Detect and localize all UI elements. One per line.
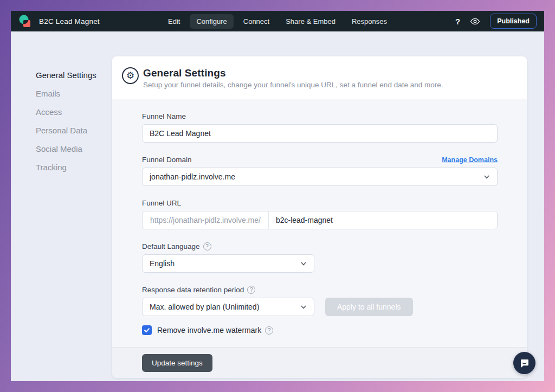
watermark-label[interactable]: Remove involve.me watermark ?	[157, 326, 273, 335]
language-help-icon[interactable]: ?	[203, 242, 211, 250]
nav-item-share-embed[interactable]: Share & Embed	[279, 14, 342, 29]
sidebar-item-tracking[interactable]: Tracking	[36, 163, 112, 172]
card-header: ⚙ General Settings Setup your funnel det…	[112, 56, 527, 99]
funnel-domain-label: Funnel Domain	[142, 156, 192, 164]
app-window: B2C Lead Magnet Edit Configure Connect S…	[11, 11, 544, 381]
sidebar-item-personal-data[interactable]: Personal Data	[36, 126, 112, 135]
apply-to-all-funnels-button[interactable]: Apply to all funnels	[325, 298, 413, 316]
topbar-right-group: ? Published	[455, 14, 537, 29]
involve-me-logo-icon[interactable]	[18, 14, 33, 28]
nav-item-configure[interactable]: Configure	[190, 14, 233, 29]
preview-eye-icon[interactable]	[470, 16, 480, 27]
manage-domains-link[interactable]: Manage Domains	[442, 156, 498, 164]
card-footer: Update settings	[112, 347, 527, 378]
gear-icon: ⚙	[122, 67, 139, 84]
retention-group: Response data retention period ? Max. al…	[142, 286, 498, 316]
top-nav-menu: Edit Configure Connect Share & Embed Res…	[162, 14, 393, 29]
nav-item-connect[interactable]: Connect	[237, 14, 276, 29]
funnel-name-input[interactable]	[142, 124, 498, 143]
sidebar-item-access[interactable]: Access	[36, 107, 112, 117]
nav-item-edit[interactable]: Edit	[162, 14, 186, 29]
funnel-name-group: Funnel Name	[142, 112, 498, 143]
retention-label: Response data retention period ?	[142, 286, 498, 294]
default-language-label: Default Language ?	[142, 242, 498, 250]
browser-frame: B2C Lead Magnet Edit Configure Connect S…	[0, 0, 555, 392]
watermark-checkbox[interactable]	[142, 325, 152, 335]
settings-sidebar: General Settings Emails Access Personal …	[11, 31, 112, 381]
default-language-select[interactable]: English	[142, 254, 314, 273]
general-settings-card: ⚙ General Settings Setup your funnel det…	[112, 56, 527, 378]
chevron-down-icon	[300, 304, 307, 310]
funnel-title: B2C Lead Magnet	[39, 17, 100, 25]
settings-form: Funnel Name Funnel Domain Manage Domains…	[112, 99, 527, 347]
chat-widget-button[interactable]	[513, 352, 535, 374]
funnel-name-label: Funnel Name	[142, 112, 498, 120]
default-language-value: English	[150, 259, 300, 268]
nav-item-responses[interactable]: Responses	[345, 14, 393, 29]
chevron-down-icon	[483, 173, 490, 180]
funnel-url-prefix: https://jonathan-pidlz.involve.me/	[143, 211, 269, 229]
check-icon	[144, 327, 150, 333]
chat-icon	[519, 357, 530, 369]
funnel-domain-group: Funnel Domain Manage Domains jonathan-pi…	[142, 156, 498, 186]
top-navbar: B2C Lead Magnet Edit Configure Connect S…	[11, 11, 544, 31]
published-button[interactable]: Published	[490, 14, 537, 29]
content-area: General Settings Emails Access Personal …	[11, 31, 544, 381]
chevron-down-icon	[300, 260, 307, 267]
update-settings-button[interactable]: Update settings	[142, 354, 212, 372]
funnel-url-label: Funnel URL	[142, 199, 498, 207]
retention-help-icon[interactable]: ?	[247, 286, 255, 294]
funnel-url-group: Funnel URL https://jonathan-pidlz.involv…	[142, 199, 498, 229]
retention-row: Max. allowed by plan (Unlimited) Apply t…	[142, 298, 498, 316]
help-icon[interactable]: ?	[455, 17, 460, 26]
card-header-text: General Settings Setup your funnel detai…	[143, 67, 443, 89]
sidebar-item-social-media[interactable]: Social Media	[36, 144, 112, 153]
funnel-url-input-group: https://jonathan-pidlz.involve.me/	[142, 211, 498, 229]
funnel-domain-value: jonathan-pidlz.involve.me	[150, 172, 483, 181]
watermark-help-icon[interactable]: ?	[265, 326, 273, 335]
retention-value: Max. allowed by plan (Unlimited)	[150, 303, 300, 311]
sidebar-item-emails[interactable]: Emails	[36, 89, 112, 98]
watermark-group: Remove involve.me watermark ?	[142, 325, 498, 335]
funnel-domain-label-row: Funnel Domain Manage Domains	[142, 156, 498, 164]
funnel-url-slug-input[interactable]	[269, 211, 497, 229]
sidebar-item-general-settings[interactable]: General Settings	[36, 70, 112, 80]
funnel-domain-select[interactable]: jonathan-pidlz.involve.me	[142, 168, 498, 186]
page-title: General Settings	[143, 67, 443, 79]
default-language-group: Default Language ? English	[142, 242, 498, 273]
page-subtitle: Setup your funnel details, change your f…	[143, 81, 443, 89]
retention-select[interactable]: Max. allowed by plan (Unlimited)	[142, 298, 314, 316]
